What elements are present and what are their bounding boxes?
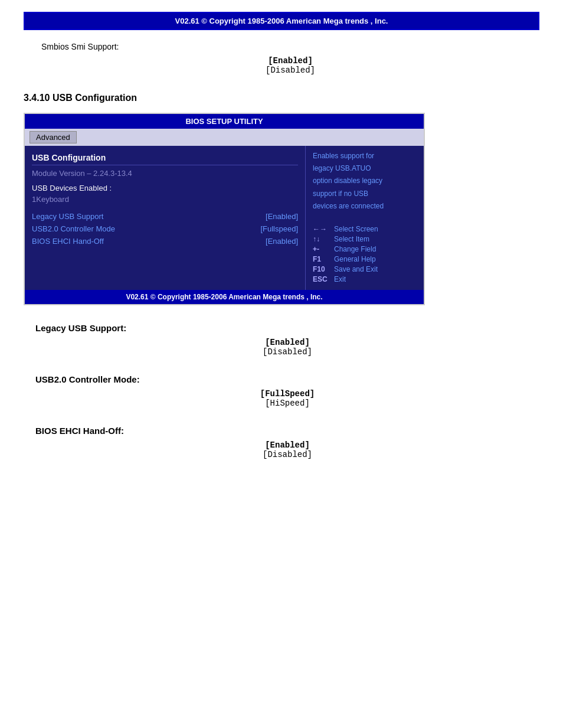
help-line-2: option disables legacy [313, 175, 417, 187]
help-line-3: support if no USB [313, 188, 417, 200]
key-save-exit: F10 Save and Exit [313, 265, 417, 273]
bios-content-area: USB Configuration Module Version – 2.24.… [25, 146, 424, 290]
usb2-controller-disabled: [HiSpeed] [35, 399, 539, 408]
ehci-value: [Enabled] [266, 237, 298, 246]
usb-config-heading: 3.4.10 USB Configuration [24, 93, 539, 103]
bios-help-text: Enables support for legacy USB.ATUO opti… [313, 151, 417, 212]
bios-setup-box: BIOS SETUP UTILITY Advanced USB Configur… [24, 113, 425, 305]
usb-keyboard: 1Keyboard [32, 195, 298, 204]
bios-ehci-disabled: [Disabled] [35, 450, 539, 459]
key-general-help: F1 General Help [313, 255, 417, 263]
legacy-usb-section: Legacy USB Support: [Enabled] [Disabled] [24, 323, 539, 357]
key-select-item-desc: Select Item [334, 235, 369, 243]
key-esc: ESC Exit [313, 275, 417, 283]
bios-title-bar: BIOS SETUP UTILITY [25, 114, 424, 129]
key-general-help-desc: General Help [334, 255, 376, 263]
bios-item-ehci[interactable]: BIOS EHCI Hand-Off [Enabled] [32, 237, 298, 246]
key-f1: F1 [313, 255, 334, 263]
key-save-exit-desc: Save and Exit [334, 265, 378, 273]
ehci-name: BIOS EHCI Hand-Off [32, 237, 104, 246]
key-select-item: ↑↓ Select Item [313, 235, 417, 243]
usb2-controller-section: USB2.0 Controller Mode: [FullSpeed] [HiS… [24, 374, 539, 408]
usb-devices-label: USB Devices Enabled : [32, 184, 298, 192]
key-select-screen-desc: Select Screen [334, 225, 378, 233]
key-esc-desc: Exit [334, 275, 346, 283]
usb2-controller-name: USB2.0 Controller Mode [32, 224, 115, 233]
advanced-tab[interactable]: Advanced [30, 131, 77, 143]
key-select-screen: ←→ Select Screen [313, 225, 417, 233]
key-plus-minus: +- [313, 245, 334, 253]
legacy-usb-enabled: [Enabled] [35, 338, 539, 347]
bios-left-title: USB Configuration [32, 151, 298, 165]
key-arrows-lr: ←→ [313, 225, 334, 233]
usb2-controller-enabled: [FullSpeed] [35, 389, 539, 399]
smbios-section: Smbios Smi Support: [Enabled] [Disabled] [24, 42, 539, 75]
key-esc-label: ESC [313, 275, 334, 283]
usb2-controller-value: [Fullspeed] [260, 224, 298, 233]
bios-ehci-label: BIOS EHCI Hand-Off: [35, 426, 539, 436]
module-version: Module Version – 2.24.3-13.4 [32, 169, 298, 178]
top-header-bar: V02.61 © Copyright 1985-2006 American Me… [24, 12, 539, 30]
bios-right-panel: Enables support for legacy USB.ATUO opti… [306, 146, 424, 290]
key-change-field-desc: Change Field [334, 245, 376, 253]
legacy-usb-label: Legacy USB Support: [35, 323, 539, 333]
smbios-label: Smbios Smi Support: [41, 42, 539, 51]
help-line-1: legacy USB.ATUO [313, 163, 417, 174]
bios-ehci-section: BIOS EHCI Hand-Off: [Enabled] [Disabled] [24, 426, 539, 459]
bios-item-legacy-usb[interactable]: Legacy USB Support [Enabled] [32, 212, 298, 221]
help-line-4: devices are connected [313, 201, 417, 212]
bios-ehci-enabled: [Enabled] [35, 440, 539, 450]
smbios-enabled: [Enabled] [41, 56, 539, 66]
key-arrows-ud: ↑↓ [313, 235, 334, 243]
legacy-usb-disabled: [Disabled] [35, 347, 539, 357]
bios-footer: V02.61 © Copyright 1985-2006 American Me… [25, 290, 424, 304]
key-legend: ←→ Select Screen ↑↓ Select Item +- Chang… [313, 225, 417, 283]
bios-tab-bar: Advanced [25, 129, 424, 146]
help-line-0: Enables support for [313, 151, 417, 162]
legacy-usb-name: Legacy USB Support [32, 212, 103, 221]
key-f10: F10 [313, 265, 334, 273]
usb2-controller-label: USB2.0 Controller Mode: [35, 374, 539, 384]
smbios-disabled: [Disabled] [41, 66, 539, 75]
bios-item-usb2-controller[interactable]: USB2.0 Controller Mode [Fullspeed] [32, 224, 298, 233]
legacy-usb-value: [Enabled] [266, 212, 298, 221]
key-change-field: +- Change Field [313, 245, 417, 253]
bios-left-panel: USB Configuration Module Version – 2.24.… [25, 146, 306, 290]
